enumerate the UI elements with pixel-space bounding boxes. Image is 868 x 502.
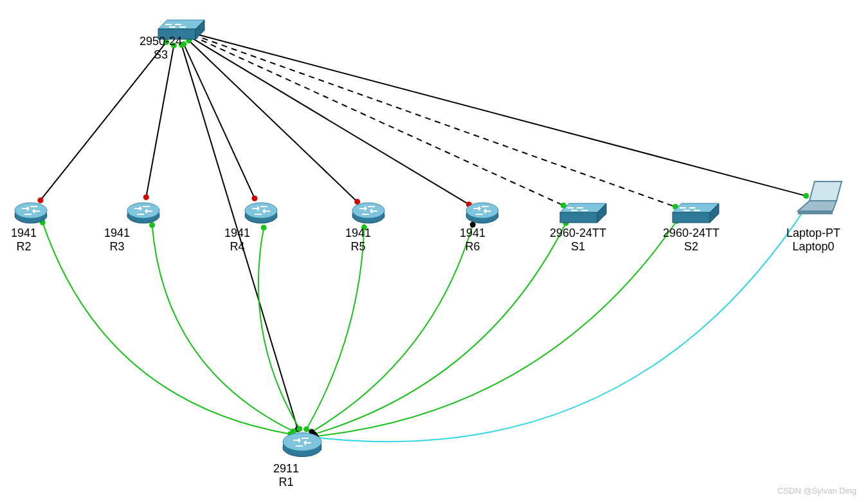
port-status-dot	[37, 198, 43, 203]
device-label-R2: 1941 R2	[11, 227, 37, 253]
device-label-S2: 2960-24TT S2	[663, 227, 719, 253]
port-status-dot	[296, 426, 302, 432]
link-R1-S2[interactable]	[316, 221, 677, 436]
device-R1[interactable]	[283, 433, 321, 457]
link-S3-R2[interactable]	[41, 42, 167, 200]
device-label-R5: 1941 R5	[345, 227, 371, 253]
port-status-dot	[803, 193, 809, 199]
svg-point-11	[245, 203, 277, 218]
port-status-dot	[143, 194, 149, 200]
device-S1[interactable]	[560, 203, 606, 223]
device-label-L0: Laptop-PT Laptop0	[786, 227, 840, 253]
device-R6[interactable]	[466, 203, 498, 223]
link-R1-R6[interactable]	[312, 225, 473, 432]
svg-rect-25	[798, 211, 833, 214]
device-R4[interactable]	[245, 203, 277, 223]
link-S3-R3[interactable]	[146, 46, 174, 198]
link-R1-R2[interactable]	[42, 223, 290, 434]
watermark: CSDN @Sylvan Ding	[777, 486, 856, 496]
link-S3-L0[interactable]	[193, 33, 806, 196]
device-label-R3: 1941 R3	[104, 227, 130, 253]
device-R3[interactable]	[127, 203, 159, 223]
port-status-dot	[261, 225, 267, 230]
link-S3-R5[interactable]	[189, 41, 357, 201]
svg-point-29	[283, 433, 321, 451]
device-label-R1: 2911 R1	[273, 462, 299, 488]
port-status-dot	[303, 426, 309, 432]
svg-point-5	[15, 203, 47, 218]
link-S3-S1[interactable]	[192, 36, 564, 205]
link-R1-R5[interactable]	[307, 227, 365, 429]
topology-canvas	[0, 0, 868, 502]
port-status-dot	[149, 222, 155, 228]
link-S3-R6[interactable]	[191, 37, 469, 204]
svg-point-8	[127, 203, 159, 218]
port-status-dot	[354, 199, 360, 205]
device-label-R4: 1941 R4	[224, 227, 250, 253]
device-label-S1: 2960-24TT S1	[550, 227, 606, 253]
svg-point-17	[466, 203, 498, 218]
link-R1-R4[interactable]	[258, 228, 300, 429]
device-S2[interactable]	[673, 203, 719, 223]
link-R1-R3[interactable]	[152, 225, 294, 431]
device-R2[interactable]	[15, 203, 47, 223]
svg-rect-22	[673, 212, 710, 223]
svg-rect-19	[560, 212, 597, 223]
port-status-dot	[251, 196, 257, 201]
link-S3-S2[interactable]	[192, 35, 675, 207]
device-label-S3: 2950-24 S3	[140, 35, 182, 61]
svg-point-14	[352, 203, 384, 218]
svg-marker-26	[809, 181, 842, 201]
svg-marker-24	[798, 201, 836, 211]
device-R5[interactable]	[352, 203, 384, 223]
link-S3-R4[interactable]	[184, 44, 255, 199]
link-R1-S1[interactable]	[314, 223, 566, 434]
device-label-R6: 1941 R6	[460, 227, 485, 253]
